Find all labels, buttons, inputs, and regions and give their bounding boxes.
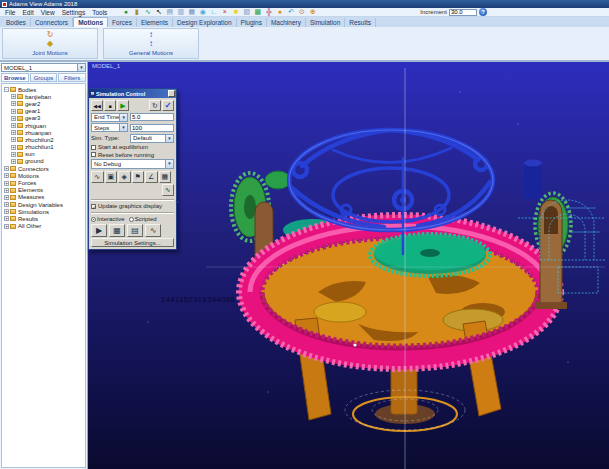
tree-item-body[interactable]: +zhuchilun1	[4, 144, 85, 151]
reset-button[interactable]: ↻	[149, 100, 161, 111]
tree-item-body[interactable]: +zhuanpan	[4, 129, 85, 136]
tree-item-body[interactable]: +gear2	[4, 100, 85, 107]
tree-item-bodies[interactable]: − Bodies	[4, 86, 85, 93]
end-time-input[interactable]	[130, 113, 174, 121]
play-button[interactable]: ▶	[117, 100, 129, 111]
equilibrium-checkbox-row[interactable]: Start at equilibrium	[91, 144, 174, 150]
menu-settings[interactable]: Settings	[59, 8, 89, 17]
pan-view-icon[interactable]: ╬	[264, 8, 273, 16]
plot-icon[interactable]: ∿	[162, 184, 175, 196]
tab-simulation[interactable]: Simulation	[306, 18, 345, 27]
tree-item-body[interactable]: +gear1	[4, 108, 85, 115]
tab-bodies[interactable]: Bodies	[2, 18, 31, 27]
spline-icon[interactable]: ∿	[143, 8, 152, 16]
blue-cylinder[interactable]	[524, 160, 542, 200]
tree-item-elements[interactable]: +Elements	[4, 187, 85, 194]
expand-icon[interactable]: +	[4, 195, 9, 200]
expand-icon[interactable]: +	[4, 181, 9, 186]
chart-icon[interactable]: ▤	[127, 224, 143, 237]
coordinate-axes-icon[interactable]: ∟	[209, 8, 218, 16]
tab-motions[interactable]: Motions	[73, 17, 108, 27]
general-point-motion-icon[interactable]: ↕	[149, 39, 153, 48]
expand-icon[interactable]: +	[11, 101, 16, 106]
tree-item-body[interactable]: +banjieban	[4, 93, 85, 100]
tab-connectors[interactable]: Connectors	[31, 18, 73, 27]
scripted-radio[interactable]: Scripted	[129, 216, 157, 222]
expand-icon[interactable]: +	[11, 159, 16, 164]
zoom-icon[interactable]: ⊙	[297, 8, 306, 16]
simulation-control-dialog[interactable]: Simulation Control ✓ ◀◀ ■ ▶ ↻ ✓ End Time…	[88, 88, 177, 250]
menu-view[interactable]: View	[38, 8, 58, 17]
undo-icon[interactable]: ↶	[286, 8, 295, 16]
tree-item-measures[interactable]: +Measures	[4, 194, 85, 201]
tree-item-body[interactable]: +gear3	[4, 115, 85, 122]
rewind-button[interactable]: ◀◀	[91, 100, 103, 111]
expand-icon[interactable]: +	[11, 130, 16, 135]
close-icon[interactable]: ✓	[168, 90, 175, 97]
dialog-title-bar[interactable]: Simulation Control ✓	[89, 89, 176, 98]
expand-icon[interactable]: +	[11, 123, 16, 128]
kinematic-sim-icon[interactable]: ▣	[105, 171, 118, 183]
tree-item-body[interactable]: +zhuchilun2	[4, 136, 85, 143]
delete-icon[interactable]: ×	[220, 8, 229, 16]
expand-icon[interactable]: +	[4, 209, 9, 214]
radio-selected[interactable]	[91, 217, 96, 222]
menu-tools[interactable]: Tools	[89, 8, 110, 17]
shaded-render-icon[interactable]: ◉	[198, 8, 207, 16]
dropdown-arrow-icon[interactable]: ▼	[165, 160, 173, 168]
tab-design-exploration[interactable]: Design Exploration	[173, 18, 237, 27]
tab-results[interactable]: Results	[345, 18, 376, 27]
steps-input[interactable]	[130, 124, 174, 132]
curve-icon[interactable]: ∿	[145, 224, 161, 237]
steps-selector[interactable]: Steps ▼	[91, 123, 128, 132]
tree-item-motions[interactable]: +Motions	[4, 172, 85, 179]
expand-icon[interactable]: +	[11, 109, 16, 114]
tree-item-all-other[interactable]: +All Other	[4, 223, 85, 230]
script-sim-icon[interactable]: ∠	[145, 171, 158, 183]
expand-icon[interactable]: +	[11, 94, 16, 99]
expand-icon[interactable]: +	[4, 188, 9, 193]
color-palette-icon[interactable]: ■	[231, 8, 240, 16]
bookmark-icon[interactable]: ▮	[132, 8, 141, 16]
dropdown-arrow-icon[interactable]: ▼	[77, 64, 85, 71]
expand-icon[interactable]: +	[4, 202, 9, 207]
select-cursor-icon[interactable]: ↖	[154, 8, 163, 16]
expand-icon[interactable]: +	[4, 224, 9, 229]
tab-groups[interactable]: Groups	[30, 73, 58, 82]
dropdown-arrow-icon[interactable]: ▼	[119, 114, 127, 121]
checkbox-checked[interactable]: ✓	[91, 204, 96, 209]
expand-icon[interactable]: +	[4, 166, 9, 171]
update-graphics-row[interactable]: ✓ Update graphics display	[91, 203, 174, 209]
dynamic-sim-icon[interactable]: ∿	[91, 171, 104, 183]
tree-item-ground[interactable]: +ground	[4, 158, 85, 165]
view-front-icon[interactable]: ▤	[165, 8, 174, 16]
checkbox-unchecked[interactable]	[91, 152, 96, 157]
solver-grid-icon[interactable]: ▦	[159, 171, 172, 183]
tree-item-design-variables[interactable]: +Design Variables	[4, 201, 85, 208]
gold-gear[interactable]	[314, 302, 366, 322]
increment-input[interactable]	[449, 9, 477, 16]
expand-icon[interactable]: +	[11, 137, 16, 142]
linear-sim-icon[interactable]: ⚑	[132, 171, 145, 183]
tab-filters[interactable]: Filters	[58, 73, 86, 82]
tree-item-results[interactable]: +Results	[4, 215, 85, 222]
film-icon[interactable]: ▦	[109, 224, 125, 237]
tab-machinery[interactable]: Machinery	[267, 18, 306, 27]
menu-file[interactable]: File	[2, 8, 18, 17]
teal-escape-gear[interactable]	[370, 234, 490, 276]
tree-item-forces[interactable]: +Forces	[4, 179, 85, 186]
tab-elements[interactable]: Elements	[137, 18, 173, 27]
checkbox-unchecked[interactable]	[91, 145, 96, 150]
debug-selector[interactable]: No Debug ▼	[91, 159, 174, 169]
apply-button[interactable]: ✓	[162, 100, 174, 111]
dropdown-arrow-icon[interactable]: ▼	[119, 124, 127, 131]
expand-icon[interactable]: +	[4, 216, 9, 221]
dropdown-arrow-icon[interactable]: ▼	[165, 135, 173, 142]
tab-forces[interactable]: Forces	[108, 18, 137, 27]
expand-icon[interactable]: +	[11, 145, 16, 150]
view-top-icon[interactable]: ▥	[176, 8, 185, 16]
rotational-motion-icon[interactable]: ↻	[47, 30, 54, 39]
tree-item-connectors[interactable]: +Connectors	[4, 165, 85, 172]
tree-item-simulations[interactable]: +Simulations	[4, 208, 85, 215]
working-grid-icon[interactable]: ▩	[253, 8, 262, 16]
